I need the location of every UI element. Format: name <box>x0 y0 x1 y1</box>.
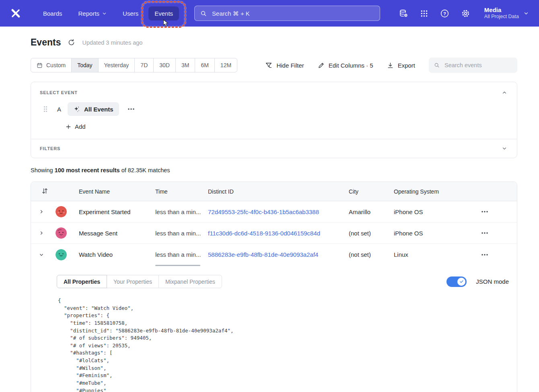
date-button-7d[interactable]: 7D <box>134 58 154 72</box>
cell-event-name: Experiment Started <box>79 208 155 215</box>
hide-filter-button[interactable]: Hide Filter <box>265 62 304 69</box>
cell-city: Amarillo <box>349 208 394 215</box>
export-label: Export <box>398 62 415 69</box>
settings-button[interactable] <box>461 9 470 18</box>
table-row[interactable]: Experiment Started less than a min... 72… <box>31 201 517 223</box>
events-search[interactable] <box>429 58 517 73</box>
event-detail-panel: All Properties Your Properties Mixpanel … <box>31 265 517 392</box>
nav-item-boards-label: Boards <box>43 10 62 17</box>
column-header-distinct-id[interactable]: Distinct ID <box>208 188 349 195</box>
row-menu-button[interactable] <box>479 252 490 258</box>
results-summary: Showing 100 most recent results of 82.35… <box>31 167 517 173</box>
tab-mixpanel-properties-label: Mixpanel Properties <box>165 279 215 285</box>
mouse-cursor-icon <box>163 19 169 27</box>
expand-row-button[interactable] <box>38 208 45 215</box>
sort-button[interactable] <box>42 188 48 194</box>
ellipsis-icon <box>481 254 488 256</box>
results-suffix: of 82.35K matches <box>120 167 170 173</box>
date-button-yesterday[interactable]: Yesterday <box>98 58 135 72</box>
chevron-down-icon <box>102 11 107 16</box>
cell-os: Linux <box>394 251 473 258</box>
sort-icon <box>42 188 48 194</box>
edit-columns-label: Edit Columns · 5 <box>329 62 373 69</box>
date-button-today[interactable]: Today <box>71 58 98 72</box>
hide-filter-label: Hide Filter <box>276 62 304 69</box>
results-prefix: Showing <box>31 167 55 173</box>
expand-row-button[interactable] <box>38 229 45 237</box>
refresh-button[interactable] <box>68 39 75 46</box>
select-event-section: SELECT EVENT A <box>31 82 517 139</box>
column-header-city[interactable]: City <box>349 188 394 195</box>
edit-columns-button[interactable]: Edit Columns · 5 <box>318 62 373 69</box>
json-mode-toggle[interactable] <box>446 276 467 287</box>
download-icon <box>387 62 394 69</box>
expand-filters-button[interactable] <box>501 145 508 152</box>
cell-time: less than a min... <box>155 230 208 237</box>
date-button-3m[interactable]: 3M <box>175 58 195 72</box>
global-search-input[interactable] <box>211 10 374 17</box>
filters-section[interactable]: FILTERS <box>31 139 517 158</box>
event-json-view: { "event": "Watch Video", "properties": … <box>58 297 509 392</box>
export-button[interactable]: Export <box>387 62 415 69</box>
help-icon: ? <box>440 9 449 18</box>
date-button-30d-label: 30D <box>159 62 170 68</box>
cell-event-name: Message Sent <box>79 230 155 237</box>
data-management-button[interactable] <box>399 9 408 18</box>
cell-time: less than a min... <box>155 208 208 215</box>
table-row-expanded[interactable]: Watch Video less than a min... 5886283e-… <box>31 244 517 265</box>
date-button-12m-label: 12M <box>220 62 231 68</box>
date-button-30d[interactable]: 30D <box>153 58 176 72</box>
page-header: Events Updated 3 minutes ago <box>31 37 517 48</box>
project-switcher[interactable]: Media All Project Data <box>484 6 529 20</box>
date-button-7d-label: 7D <box>140 62 148 68</box>
nav-item-events[interactable]: Events <box>148 6 179 21</box>
chevron-down-icon <box>502 146 507 151</box>
collapse-row-button[interactable] <box>38 251 45 258</box>
tab-mixpanel-properties[interactable]: Mixpanel Properties <box>158 275 222 288</box>
date-button-custom-label: Custom <box>46 62 66 68</box>
help-button[interactable]: ? <box>440 9 449 18</box>
apps-grid-button[interactable] <box>420 9 428 18</box>
nav-item-reports-label: Reports <box>78 10 100 17</box>
tab-all-properties[interactable]: All Properties <box>57 275 107 288</box>
mixpanel-logo[interactable] <box>10 8 21 19</box>
check-icon <box>459 279 464 284</box>
column-header-os[interactable]: Operating System <box>394 188 473 195</box>
event-selector-button[interactable]: All Events <box>68 102 119 116</box>
date-button-today-label: Today <box>77 62 92 68</box>
add-event-button[interactable]: Add <box>66 123 86 130</box>
database-icon <box>399 9 408 18</box>
main-content: Events Updated 3 minutes ago Custom Toda… <box>0 27 539 392</box>
query-builder-card: SELECT EVENT A <box>31 82 517 158</box>
tab-your-properties[interactable]: Your Properties <box>107 275 159 288</box>
date-button-6m[interactable]: 6M <box>195 58 214 72</box>
cell-distinct-id[interactable]: 5886283e-e9fb-48fb-81de-40e9093a2af4 <box>208 251 349 258</box>
cell-os: iPhone OS <box>394 208 473 215</box>
date-button-custom[interactable]: Custom <box>31 58 72 72</box>
drag-handle[interactable] <box>43 106 47 112</box>
row-menu-button[interactable] <box>479 230 490 236</box>
date-button-12m[interactable]: 12M <box>214 58 237 72</box>
event-row-menu-button[interactable] <box>126 107 136 111</box>
collapse-section-button[interactable] <box>501 89 508 96</box>
json-mode-label: JSON mode <box>476 278 509 285</box>
table-horizontal-scrollbar[interactable] <box>155 265 200 266</box>
cell-distinct-id[interactable]: f11c30d6-dc6d-4518-9136-0d046159c84d <box>208 230 349 237</box>
global-search[interactable] <box>194 6 380 21</box>
main-nav: Boards Reports Users Events <box>37 6 179 21</box>
events-search-input[interactable] <box>444 62 512 69</box>
nav-item-reports[interactable]: Reports <box>72 6 113 21</box>
chevron-up-icon <box>502 90 507 95</box>
table-row[interactable]: Message Sent less than a min... f11c30d6… <box>31 223 517 244</box>
column-header-event-name[interactable]: Event Name <box>79 188 155 195</box>
ellipsis-icon <box>481 232 488 234</box>
row-menu-button[interactable] <box>479 208 490 215</box>
filters-title: FILTERS <box>40 146 60 151</box>
nav-item-boards[interactable]: Boards <box>37 6 68 21</box>
page-title: Events <box>31 37 61 48</box>
nav-item-users[interactable]: Users <box>117 6 144 21</box>
cell-distinct-id[interactable]: 72d49553-25fc-4f0c-b436-1b5ac6ab3388 <box>208 208 349 215</box>
column-header-time[interactable]: Time <box>155 188 208 195</box>
tab-all-properties-label: All Properties <box>64 279 100 285</box>
project-info: Media All Project Data <box>484 6 519 20</box>
